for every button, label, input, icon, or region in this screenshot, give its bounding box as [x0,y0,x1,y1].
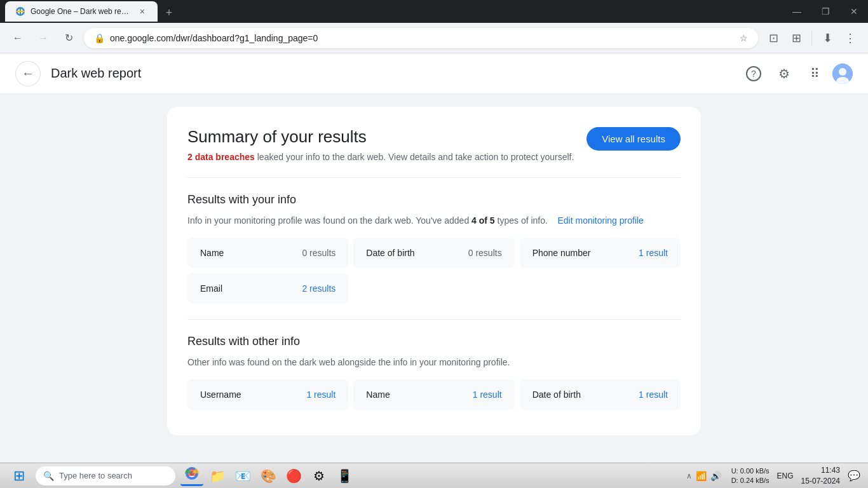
app-header: ← Dark web report ? ⚙ ⠿ [0,53,868,94]
other-dob-label: Date of birth [532,390,581,400]
results-other-info-section: Results with other info Other info was f… [187,335,681,410]
other-name-card[interactable]: Name 1 result [353,379,514,410]
app5-icon: 🔴 [286,468,302,484]
taskbar-search-text: Type here to search [59,471,132,480]
extensions-button[interactable]: ⊞ [786,28,806,48]
date: 15-07-2024 [801,476,840,487]
address-bar[interactable]: 🔒 one.google.com/dwr/dashboard?g1_landin… [84,28,758,48]
url-text: one.google.com/dwr/dashboard?g1_landing_… [110,33,735,43]
maximize-button[interactable]: ❐ [817,4,835,19]
content-card: Summary of your results 2 data breaches … [167,107,701,435]
minimize-button[interactable]: — [787,4,806,19]
taskbar-apps: 📁 📧 🎨 🔴 ⚙ 📱 [180,466,356,486]
menu-button[interactable]: ⋮ [840,28,860,48]
help-icon: ? [746,66,761,81]
content-wrapper: Summary of your results 2 data breaches … [0,107,868,435]
other-info-cards: Username 1 result Name 1 result Date of … [187,379,681,410]
view-all-button[interactable]: View all results [587,127,681,151]
taskbar-settings[interactable]: ⚙ [308,466,330,486]
start-button[interactable]: ⊞ [5,466,33,486]
other-dob-card[interactable]: Date of birth 1 result [520,379,681,410]
taskbar-search-icon: 🔍 [43,471,54,481]
toolbar-separator [811,30,812,46]
notification-button[interactable]: 💬 [845,467,863,485]
screen-reader-button[interactable]: ⊡ [763,28,783,48]
other-dob-count: 1 result [639,390,668,400]
dob-count: 0 results [468,248,502,258]
close-button[interactable]: ✕ [845,4,863,19]
apps-grid-icon: ⠿ [810,66,820,81]
expand-tray-icon[interactable]: ∧ [686,471,692,480]
reload-icon: ↻ [65,32,73,44]
summary-subtitle-rest: leaked your info to the dark web. View d… [257,152,574,162]
taskbar-app5[interactable]: 🔴 [282,466,305,486]
toolbar: ⊡ ⊞ ⬇ ⋮ [763,28,860,48]
username-label: Username [200,390,241,400]
avatar[interactable] [832,64,853,84]
summary-section: Summary of your results 2 data breaches … [187,127,681,162]
back-icon: ← [13,32,23,44]
other-name-label: Name [366,390,390,400]
apps-button[interactable]: ⠿ [802,61,827,86]
star-icon[interactable]: ☆ [740,33,748,43]
taskbar-files[interactable]: 📁 [206,466,229,486]
phone-label: Phone number [532,248,591,258]
name-count: 0 results [302,248,336,258]
new-tab-button[interactable]: + [160,4,178,22]
active-tab[interactable]: Google One – Dark web report × [5,1,158,22]
added-count: 4 of 5 [471,215,495,226]
chrome-icon [185,466,199,484]
divider-2 [187,319,681,320]
forward-icon: → [38,32,48,44]
download-speed: D: 0.24 kB/s [731,476,770,485]
volume-icon: 🔊 [710,471,721,481]
summary-text: Summary of your results 2 data breaches … [187,127,574,162]
divider-1 [187,177,681,178]
phone-card[interactable]: Phone number 1 result [520,238,681,268]
tab-close-icon[interactable]: × [137,5,147,18]
time: 11:43 [801,465,840,476]
taskbar-right: ∧ 📶 🔊 U: 0.00 kB/s D: 0.24 kB/s ENG 11:4… [681,465,863,487]
summary-subtitle: 2 data breaches leaked your info to the … [187,152,574,162]
clock[interactable]: 11:43 15-07-2024 [801,465,840,487]
lang-indicator: ENG [775,471,796,480]
info-cards-row2: Email 2 results [187,273,681,304]
reload-button[interactable]: ↻ [58,28,79,48]
taskbar: ⊞ 🔍 Type here to search 📁 📧 [0,463,868,488]
app-back-button[interactable]: ← [15,61,41,86]
taskbar-mail[interactable]: 📧 [231,466,254,486]
address-icons: ☆ [740,33,748,43]
browser-titlebar: Google One – Dark web report × + — ❐ ✕ [0,0,868,23]
username-card[interactable]: Username 1 result [187,379,348,410]
taskbar-search[interactable]: 🔍 Type here to search [36,466,175,485]
taskbar-app4[interactable]: 🎨 [257,466,280,486]
settings-button[interactable]: ⚙ [771,61,797,86]
app-back-icon: ← [22,66,34,81]
name-card[interactable]: Name 0 results [187,238,348,268]
taskbar-phone[interactable]: 📱 [333,466,356,486]
phone-count: 1 result [639,248,668,258]
main-content: Summary of your results 2 data breaches … [0,94,868,440]
help-button[interactable]: ? [741,61,766,86]
files-icon: 📁 [210,468,226,484]
other-results-title: Results with other info [187,335,681,348]
network-icon: 📶 [696,471,707,481]
network-speeds: U: 0.00 kB/s D: 0.24 kB/s [731,466,770,485]
tab-bar: Google One – Dark web report × + [5,1,178,22]
back-button[interactable]: ← [8,28,28,48]
window-controls: — ❐ ✕ [787,4,863,19]
tab-favicon [15,6,25,17]
taskbar-chrome[interactable] [180,466,203,486]
email-card[interactable]: Email 2 results [187,273,348,304]
other-name-count: 1 result [473,390,502,400]
username-count: 1 result [306,390,336,400]
dob-card[interactable]: Date of birth 0 results [353,238,514,268]
secure-icon: 🔒 [94,33,105,43]
start-icon: ⊞ [13,468,25,484]
email-label: Email [200,283,222,294]
forward-button[interactable]: → [33,28,53,48]
desc-start: Info in your monitoring profile was foun… [187,215,471,226]
download-button[interactable]: ⬇ [817,28,837,48]
header-actions: ? ⚙ ⠿ [741,61,853,86]
edit-monitoring-link[interactable]: Edit monitoring profile [558,215,644,226]
